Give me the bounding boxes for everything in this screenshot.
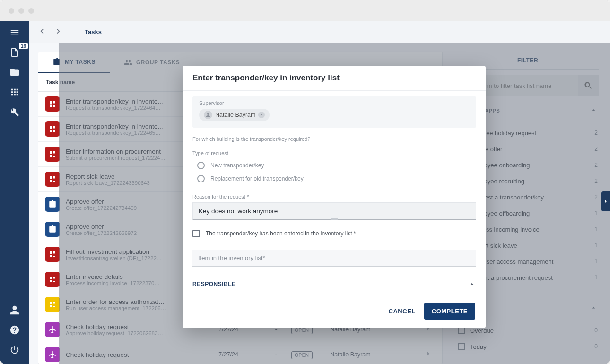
folder-icon[interactable] <box>9 67 20 78</box>
task-type-icon <box>45 96 60 112</box>
radio-new[interactable]: New transponder/key <box>192 159 476 172</box>
window-titlebar <box>0 0 610 21</box>
remove-chip-icon[interactable] <box>258 112 265 118</box>
task-type-icon <box>45 121 60 137</box>
power-icon[interactable] <box>9 344 20 355</box>
topbar: Tasks <box>29 21 610 43</box>
item-input[interactable]: Item in the inventory list* <box>192 250 476 267</box>
tasks-icon[interactable]: 16 <box>9 47 20 58</box>
modal-title: Enter transponder/key in inventory list <box>183 66 486 91</box>
forward-arrow-icon[interactable] <box>54 26 63 38</box>
task-type-icon <box>45 272 60 287</box>
task-type-icon <box>45 172 60 187</box>
task-type-icon <box>45 247 60 262</box>
task-type-icon <box>45 297 60 312</box>
modal-overlay: Enter transponder/key in inventory list … <box>59 43 610 364</box>
task-type-icon <box>45 147 60 162</box>
breadcrumb: Tasks <box>85 28 102 35</box>
task-type-icon <box>45 222 60 237</box>
supervisor-label: Supervisor <box>199 100 470 106</box>
sidebar: 16 <box>0 21 29 364</box>
supervisor-chip[interactable]: Natalie Bayram <box>199 109 270 121</box>
modal-footer: CANCEL COMPLETE <box>183 296 486 328</box>
side-expander[interactable] <box>601 191 610 211</box>
reason-input[interactable]: Key does not work anymore <box>192 202 476 220</box>
task-type-icon <box>45 322 60 337</box>
task-type-icon <box>45 197 60 212</box>
cancel-button[interactable]: CANCEL <box>389 308 416 315</box>
help-icon[interactable] <box>9 324 20 336</box>
window-dot <box>9 8 14 14</box>
modal-body: Supervisor Natalie Bayram For which buil… <box>183 91 486 296</box>
building-question: For which building is the transponder/ke… <box>192 136 476 142</box>
task-count-badge: 16 <box>19 43 28 49</box>
reason-label: Reason for the request * <box>192 194 476 199</box>
back-arrow-icon[interactable] <box>37 26 46 38</box>
app-window: 16 <box>0 0 610 364</box>
radio-replace[interactable]: Replacement for old transponder/key <box>192 172 476 185</box>
inventory-check-row[interactable]: The transponder/key has been entered in … <box>192 230 476 237</box>
radio-label: Replacement for old transponder/key <box>210 175 304 182</box>
inventory-check-label: The transponder/key has been entered in … <box>206 230 356 237</box>
radio-label: New transponder/key <box>210 162 264 169</box>
radio-icon <box>197 175 205 182</box>
task-type-icon <box>45 347 60 362</box>
chevron-up-icon <box>468 280 476 288</box>
avatar-icon <box>204 111 212 119</box>
supervisor-name: Natalie Bayram <box>215 112 255 118</box>
main-area: Tasks MY TASKS GROUP TASKS <box>29 21 610 364</box>
app-body: 16 <box>0 21 610 364</box>
type-label: Type of request <box>192 150 476 156</box>
user-icon[interactable] <box>9 304 20 316</box>
complete-button[interactable]: COMPLETE <box>424 303 475 320</box>
responsible-section[interactable]: RESPONSIBLE <box>192 280 476 293</box>
divider <box>74 26 74 38</box>
checkbox-icon <box>192 230 200 237</box>
window-dot <box>28 8 34 14</box>
responsible-label: RESPONSIBLE <box>192 281 236 287</box>
apps-grid-icon[interactable] <box>9 87 20 98</box>
wrench-icon[interactable] <box>9 106 20 118</box>
hamburger-icon[interactable] <box>9 27 20 38</box>
supervisor-field: Supervisor Natalie Bayram <box>192 96 476 128</box>
modal: Enter transponder/key in inventory list … <box>183 66 486 328</box>
window-dot <box>18 8 24 14</box>
radio-icon <box>197 162 205 169</box>
